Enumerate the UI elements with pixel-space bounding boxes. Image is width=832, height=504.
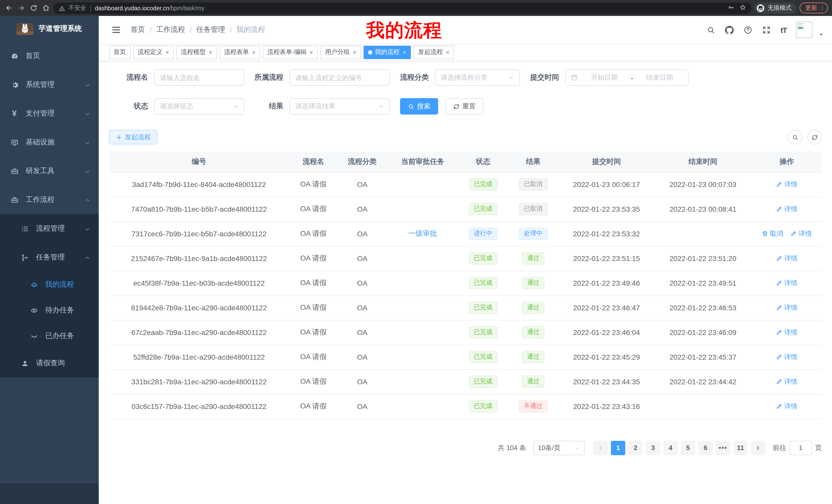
end-date-placeholder[interactable]: 结束日期: [636, 73, 683, 82]
tab-process-definition[interactable]: 流程定义×: [133, 46, 174, 59]
address-bar[interactable]: 不安全 dashboard.yudao.iocoder.cn/bpm/task/…: [53, 2, 751, 13]
refresh-button[interactable]: [807, 130, 822, 144]
result-select[interactable]: 请选择流结果: [289, 98, 390, 115]
cell-end-time: 2022-01-23 00:08:41: [654, 197, 752, 221]
font-size-icon[interactable]: tT: [781, 25, 787, 34]
detail-link[interactable]: 详情: [776, 328, 798, 337]
tab-start-process[interactable]: 发起流程×: [413, 46, 454, 59]
tab-my-process[interactable]: 我的流程×: [364, 46, 411, 59]
page-button-4[interactable]: 4: [663, 441, 678, 455]
cell-category: OA: [338, 221, 387, 246]
detail-link[interactable]: 详情: [776, 377, 798, 386]
detail-link[interactable]: 详情: [776, 402, 798, 411]
current-task-link[interactable]: 一级审批: [408, 229, 437, 237]
detail-link[interactable]: 详情: [776, 278, 798, 288]
category-select[interactable]: 请选择流程分类: [435, 69, 520, 86]
column-header: 结果: [508, 151, 559, 172]
page-button-11[interactable]: 11: [733, 441, 748, 455]
page-button-6[interactable]: 6: [698, 441, 713, 455]
tab-process-form[interactable]: 流程表单×: [219, 46, 260, 59]
show-search-button[interactable]: [788, 130, 802, 144]
tab-user-group[interactable]: 用户分组×: [320, 46, 361, 59]
cell-result: 通过: [508, 345, 559, 369]
password-key-icon[interactable]: [728, 3, 734, 12]
browser-menu-icon[interactable]: [819, 4, 825, 11]
security-warning-icon[interactable]: [59, 5, 65, 11]
submit-time-range[interactable]: 开始日期 - 结束日期: [565, 69, 688, 86]
cancel-link[interactable]: 取消: [761, 229, 783, 239]
process-def-input[interactable]: [295, 74, 384, 81]
help-icon[interactable]: [744, 25, 753, 34]
breadcrumb-item[interactable]: 首页: [131, 25, 145, 34]
sidebar-toggle-icon[interactable]: [111, 25, 121, 35]
tab-close-icon[interactable]: ×: [310, 49, 313, 55]
sidebar-item-task-management[interactable]: 任务管理: [0, 243, 99, 272]
tab-close-icon[interactable]: ×: [165, 49, 169, 55]
breadcrumb-item[interactable]: 任务管理: [197, 25, 225, 34]
sidebar-item-my-process[interactable]: 我的流程: [0, 272, 99, 298]
search-button[interactable]: 搜索: [400, 98, 438, 115]
detail-link[interactable]: 详情: [776, 180, 798, 189]
tab-close-icon[interactable]: ×: [446, 49, 449, 55]
page-button-5[interactable]: 5: [681, 441, 695, 455]
update-button[interactable]: 更新: [800, 3, 828, 13]
detail-link[interactable]: 详情: [790, 229, 812, 239]
detail-link[interactable]: 详情: [776, 204, 798, 214]
detail-link[interactable]: 详情: [776, 254, 798, 263]
filter-label: 流程分类: [400, 73, 435, 82]
browser-back-icon[interactable]: [4, 3, 14, 12]
tab-close-icon[interactable]: ×: [402, 49, 406, 55]
start-process-button[interactable]: 发起流程: [109, 130, 157, 144]
filter-row-2: 状态 请选择状态 结果 请选择流结果 搜索 重置: [109, 98, 822, 115]
sidebar-item-dev-tools[interactable]: 研发工具: [0, 157, 99, 186]
cell-status: 已完成: [459, 320, 508, 345]
prev-page-button[interactable]: [593, 441, 608, 455]
page-button-3[interactable]: 3: [646, 441, 660, 455]
sidebar-item-infrastructure[interactable]: 基础设施: [0, 128, 99, 157]
cell-submit-time: 2022-01-23 00:06:17: [559, 172, 654, 197]
sidebar-item-system-management[interactable]: 系统管理: [0, 71, 99, 99]
cell-process-name: OA 请假: [289, 221, 338, 246]
page-button-2[interactable]: 2: [628, 441, 643, 455]
reset-button[interactable]: 重置: [445, 98, 483, 115]
cell-submit-time: 2022-01-22 23:53:35: [559, 197, 654, 221]
fullscreen-icon[interactable]: [762, 25, 771, 34]
browser-forward-icon[interactable]: [17, 3, 26, 12]
breadcrumb-item[interactable]: 工作流程: [156, 25, 185, 34]
sidebar-item-label: 请假查询: [36, 359, 65, 368]
more-pages-button[interactable]: •••: [716, 441, 730, 455]
brand[interactable]: 芋道管理系统: [0, 16, 99, 41]
tab-close-icon[interactable]: ×: [353, 49, 356, 55]
sidebar-item-home[interactable]: 首页: [0, 41, 99, 71]
browser-home-icon[interactable]: [41, 3, 50, 12]
search-icon[interactable]: [706, 25, 716, 34]
start-date-placeholder[interactable]: 开始日期: [581, 73, 628, 82]
column-header: 流程名: [289, 151, 338, 172]
browser-reload-icon[interactable]: [29, 3, 38, 12]
cell-end-time: 2022-01-22 23:44:42: [654, 369, 752, 394]
status-select[interactable]: 请选择状态: [154, 98, 244, 115]
cell-status: 已完成: [459, 197, 508, 221]
avatar-dropdown-icon[interactable]: [818, 30, 824, 35]
tab-process-model[interactable]: 流程模型×: [176, 46, 217, 59]
avatar[interactable]: [796, 22, 812, 38]
detail-link[interactable]: 详情: [776, 353, 798, 362]
sidebar-item-process-management[interactable]: 流程管理: [0, 214, 99, 243]
next-page-button[interactable]: [751, 441, 765, 455]
sidebar-item-todo-tasks[interactable]: 待办任务: [0, 298, 99, 323]
github-icon[interactable]: [725, 25, 734, 34]
sidebar-item-done-tasks[interactable]: 已办任务: [0, 323, 99, 349]
tab-close-icon[interactable]: ×: [209, 49, 212, 55]
sidebar-item-leave-query[interactable]: 请假查询: [0, 349, 99, 377]
tab-process-form-edit[interactable]: 流程表单-编辑×: [263, 46, 318, 59]
detail-link[interactable]: 详情: [776, 303, 798, 312]
jump-page-input[interactable]: [789, 441, 812, 455]
process-name-input[interactable]: [160, 74, 239, 81]
sidebar-item-workflow[interactable]: 工作流程: [0, 186, 99, 214]
tab-home[interactable]: 首页: [109, 46, 131, 59]
page-button-1[interactable]: 1: [611, 441, 625, 455]
tab-close-icon[interactable]: ×: [252, 49, 256, 55]
page-size-select[interactable]: 10条/页: [533, 441, 585, 455]
sidebar-item-payment-management[interactable]: ¥支付管理: [0, 99, 99, 128]
bookmark-star-icon[interactable]: [739, 3, 746, 12]
